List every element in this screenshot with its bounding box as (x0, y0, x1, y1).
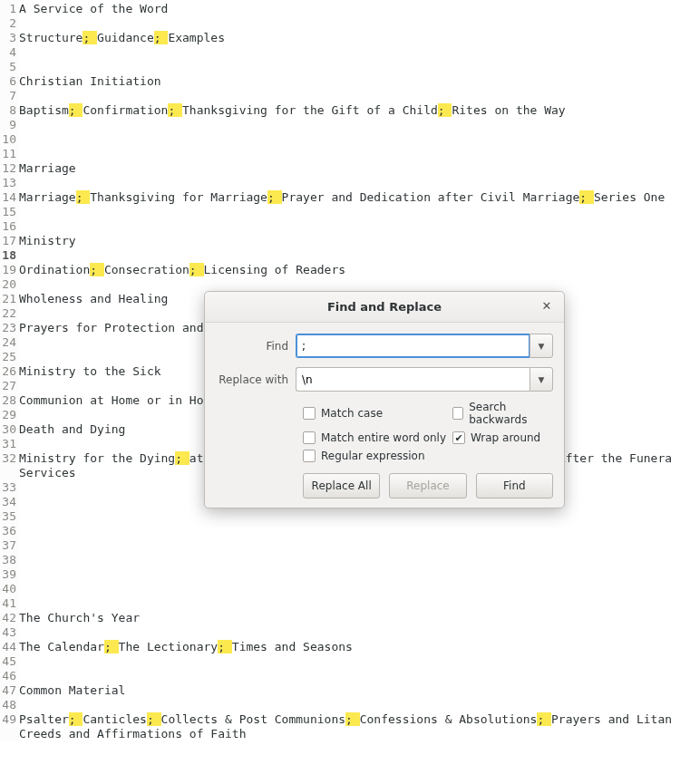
find-label: Find (216, 340, 296, 353)
replace-button[interactable]: Replace (389, 473, 466, 498)
replace-all-button[interactable]: Replace All (303, 473, 380, 498)
line-number-gutter: 1234567891011121314151617181920212223242… (0, 0, 19, 741)
search-backwards-checkbox[interactable]: Search backwards (452, 401, 553, 426)
find-history-button[interactable]: ▼ (529, 334, 553, 358)
match-word-checkbox[interactable]: Match entire word only (303, 431, 452, 444)
replace-label: Replace with (216, 373, 296, 386)
find-input[interactable] (296, 334, 529, 358)
replace-history-button[interactable]: ▼ (529, 367, 553, 392)
dialog-body: Find ▼ Replace with ▼ Match case Search … (205, 323, 564, 508)
find-button[interactable]: Find (476, 473, 553, 498)
close-icon[interactable]: ✕ (539, 299, 555, 315)
chevron-down-icon: ▼ (539, 375, 545, 384)
chevron-down-icon: ▼ (539, 342, 545, 351)
dialog-titlebar[interactable]: Find and Replace ✕ (205, 292, 564, 323)
match-case-checkbox[interactable]: Match case (303, 401, 452, 426)
regex-checkbox[interactable]: Regular expression (303, 450, 452, 462)
replace-input[interactable] (296, 367, 529, 392)
wrap-around-checkbox[interactable]: Wrap around (452, 431, 553, 444)
find-replace-dialog: Find and Replace ✕ Find ▼ Replace with ▼… (204, 291, 565, 508)
dialog-title: Find and Replace (327, 300, 442, 314)
